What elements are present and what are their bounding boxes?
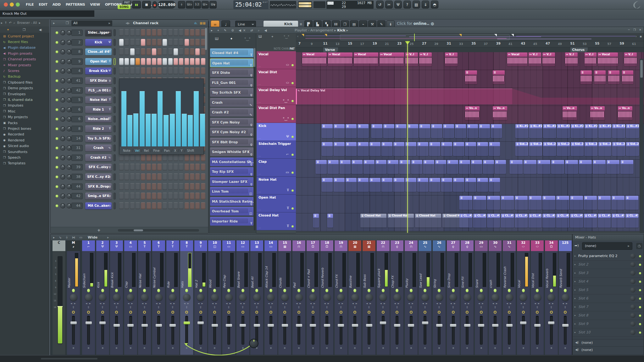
step-cell[interactable] <box>201 164 205 171</box>
strip-fader-handle[interactable] <box>366 324 372 327</box>
step-cell[interactable] <box>163 58 167 65</box>
clip[interactable]: ≣ <box>495 160 506 174</box>
track-lane-vocal-dist[interactable]: ≣≣≣≣≣≣ <box>296 70 644 88</box>
step-cell[interactable] <box>157 173 162 180</box>
step-cell[interactable] <box>119 154 124 161</box>
clip[interactable]: ≣ <box>407 124 418 138</box>
track-header-kick[interactable]: Kick...Ψ <box>257 123 296 141</box>
strip-header[interactable]: 15▦ <box>278 240 291 251</box>
track-header-clap[interactable]: Clap...▭ <box>257 159 296 177</box>
channel-button[interactable]: Ride 2Ŧ <box>85 125 112 132</box>
step-cell[interactable] <box>147 58 151 65</box>
step-cell[interactable] <box>201 68 205 74</box>
strip-header[interactable]: 22⊓ <box>377 240 390 251</box>
clip[interactable]: ≣ <box>352 160 363 174</box>
strip-header[interactable]: 21▦ <box>363 240 375 251</box>
strip-sep-arrows[interactable]: ◄ ► <box>138 302 151 305</box>
strip-route-icon[interactable]: ⇧ <box>124 306 137 309</box>
online-content-link[interactable]: Click for online.. ◍ <box>397 21 434 26</box>
velocity-bar[interactable] <box>127 115 132 146</box>
strip-enable-led[interactable] <box>438 289 441 292</box>
strip-header[interactable]: 27ϙ <box>447 240 460 251</box>
mixer-strip-break-kick[interactable]: 3ΨBreak Kick◄ ►⇧ <box>110 240 123 355</box>
step-cell[interactable] <box>190 154 194 161</box>
step-cell[interactable] <box>179 202 183 209</box>
strip-header[interactable]: 4▭ <box>124 240 137 251</box>
step-cell[interactable] <box>152 183 156 190</box>
step-cell[interactable] <box>157 29 162 36</box>
step-cell[interactable] <box>141 58 145 65</box>
browser-item-recent-files[interactable]: ↻Recent files <box>0 39 49 45</box>
clip[interactable]: ≣ <box>477 178 488 192</box>
slot-mix-knob[interactable] <box>630 321 636 326</box>
track-lane-closed-hat[interactable]: ≣≣≣ Closed Hat≣ Closed Hat≣ Closed Hat≣ … <box>296 213 644 231</box>
step-cell[interactable] <box>195 154 200 161</box>
strip-fader-handle[interactable] <box>464 324 470 327</box>
step-cell[interactable] <box>141 173 145 180</box>
strip-send-ring[interactable] <box>269 311 272 314</box>
channel-enable-led[interactable] <box>56 31 58 34</box>
strip-fader-track[interactable] <box>368 316 370 345</box>
strip-pan-knob[interactable] <box>449 294 457 301</box>
step-cell[interactable] <box>179 58 183 65</box>
slot-enable-led[interactable] <box>639 264 641 266</box>
channel-enable-led[interactable] <box>56 137 58 140</box>
mixer-strip-sidechain[interactable]: 1⌐Sidechain◄ ►⇧ <box>82 240 95 355</box>
step-cell[interactable] <box>168 164 173 171</box>
velocity-bar[interactable] <box>170 114 175 146</box>
strip-header[interactable]: 25∿ <box>419 240 431 251</box>
browser-refresh-icon[interactable]: ↶ <box>8 21 12 25</box>
clip[interactable]: ≣ Ki..#2 <box>598 124 611 138</box>
clip[interactable]: ↦ Vo..n <box>590 106 605 120</box>
step-cell[interactable] <box>185 202 189 209</box>
record-button[interactable]: ● <box>152 1 157 8</box>
clip[interactable]: ≣ <box>423 160 434 174</box>
strip-fader-track[interactable] <box>297 316 300 345</box>
velocity-bar[interactable] <box>140 91 145 146</box>
strip-fader-handle[interactable] <box>169 324 176 327</box>
channel-enable-led[interactable] <box>56 89 58 92</box>
step-cell[interactable] <box>201 58 205 65</box>
clip[interactable]: ≣ <box>570 196 583 210</box>
strip-send-ring[interactable] <box>353 311 356 314</box>
mixer-strip-square-pluck[interactable]: 22⊓Square pluck◄ ►⇧ <box>377 240 390 355</box>
velocity-bar[interactable] <box>200 114 205 146</box>
mixer-strip-wood[interactable]: 10◫Wood◄ ►⇧ <box>208 240 221 355</box>
clip[interactable]: ≣ CL..#3 <box>473 214 486 228</box>
step-cell[interactable] <box>157 202 162 209</box>
strip-header[interactable]: 24⊓ <box>405 240 418 251</box>
strip-send-ring[interactable] <box>368 311 370 314</box>
timeline-tick[interactable]: 35 <box>471 42 476 45</box>
track-lane-open-hat[interactable]: ≣≣≣≣≣≣≣≣≣≣≣≣≣ <box>296 195 644 213</box>
strip-enable-led[interactable] <box>213 289 216 292</box>
step-cell[interactable] <box>185 39 189 46</box>
picker-item-linn-tom[interactable]: Linn Tom◫ <box>210 187 253 196</box>
step-cell[interactable] <box>185 193 189 200</box>
mixer-strip-hat-2[interactable]: 9ŦHat 2◄ ►⇧ <box>194 240 208 355</box>
plugin-slot-7[interactable]: ▸Slot 7 <box>573 303 644 311</box>
picker-item-sfx-8bit-drop[interactable]: SFX 8bit Dropϙ <box>210 137 253 147</box>
clip[interactable]: ≣ <box>334 124 345 138</box>
strip-enable-led[interactable] <box>157 289 160 292</box>
strip-enable-led[interactable] <box>564 289 567 292</box>
step-cell[interactable] <box>152 29 156 36</box>
strip-fader-track[interactable] <box>171 316 174 345</box>
channel-number[interactable]: 14 <box>71 135 83 142</box>
strip-pan-knob[interactable] <box>547 294 555 301</box>
clip[interactable]: ≣ <box>487 196 500 210</box>
channel-pan-knob[interactable] <box>60 194 65 199</box>
strip-sep-arrows[interactable]: ◄ ► <box>348 302 361 305</box>
strip-fader-handle[interactable] <box>296 324 302 327</box>
step-cell[interactable] <box>174 202 178 209</box>
track-header-vocal-delay-vol[interactable]: Vocal Delay Vol...°‿° <box>257 87 296 105</box>
mixer-strip-pad[interactable]: 16⊓Pad◄ ►⇧ <box>292 240 306 355</box>
strip-sep-arrows[interactable]: ◄ ► <box>433 302 446 305</box>
mixer-strip-sub-bass[interactable]: 21▦Sub Bass◄ ►⇧ <box>363 240 376 355</box>
step-cell[interactable] <box>157 39 162 46</box>
clip[interactable]: ≣ <box>489 178 500 192</box>
slot-mix-knob[interactable] <box>630 254 636 259</box>
clip[interactable]: ↦ Vo..n <box>618 106 632 120</box>
step-cell[interactable] <box>168 29 173 36</box>
step-cell[interactable] <box>136 164 140 171</box>
step-cell[interactable] <box>130 29 135 36</box>
